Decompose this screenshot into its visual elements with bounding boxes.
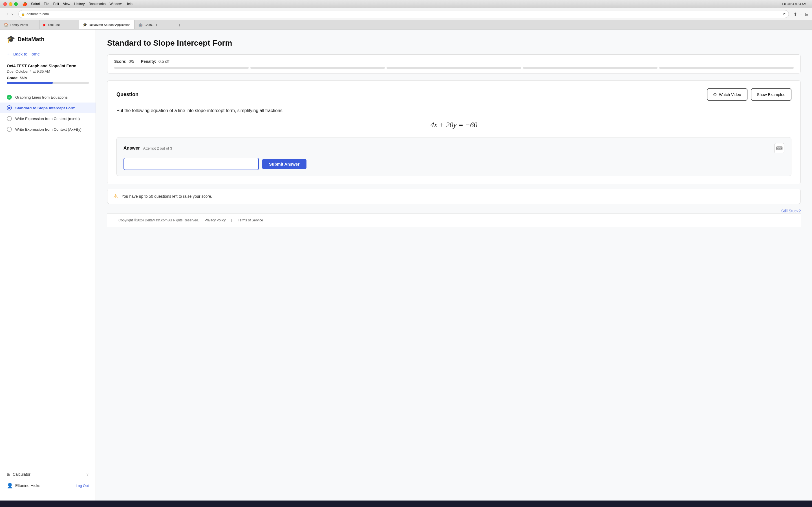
warning-text: You have up to 50 questions left to rais…	[121, 194, 212, 199]
minimize-button[interactable]	[9, 2, 12, 6]
nav-label-standard: Standard to Slope Intercept Form	[15, 106, 75, 110]
tab-family-portal-label: Family Portal	[10, 23, 35, 26]
tab-deltamath[interactable]: 🎓 DeltaMath Student Application	[79, 20, 135, 29]
grade-progress-bar	[7, 82, 89, 84]
score-card: Score: 0/5 Penalty: 0.5 off	[107, 54, 801, 73]
apple-menu[interactable]: 🍎	[22, 2, 27, 6]
nav-item-standard[interactable]: Standard to Slope Intercept Form	[0, 103, 96, 113]
nav-item-write2[interactable]: Write Expression from Context (Ax+By)	[0, 124, 96, 135]
progress-bars	[114, 67, 794, 69]
submit-answer-button[interactable]: Submit Answer	[262, 159, 306, 169]
checkmark-icon: ✓	[8, 96, 10, 99]
reload-button[interactable]: ↺	[783, 12, 786, 16]
app-container: 🎓 DeltaMath ← Back to Home Oct4 TEST Gra…	[0, 30, 812, 501]
score-row: Score: 0/5 Penalty: 0.5 off	[114, 59, 794, 64]
progress-segment-3	[387, 67, 521, 69]
forward-button[interactable]: ›	[10, 11, 14, 17]
answer-input-row: Submit Answer	[123, 158, 784, 170]
menu-history[interactable]: History	[74, 2, 85, 6]
keyboard-button[interactable]: ⌨	[774, 143, 784, 153]
sidebar-bottom: ⊞ Calculator ∨ 👤 Eltonino Hicks Log Out	[0, 465, 96, 495]
back-arrow-icon: ←	[7, 52, 11, 56]
tab-youtube[interactable]: ▶ YouTube	[40, 20, 79, 29]
penalty-label: Penalty:	[141, 59, 156, 64]
progress-segment-2	[250, 67, 385, 69]
still-stuck-button[interactable]: Still Stuck?	[781, 209, 801, 213]
tab-deltamath-label: DeltaMath Student Application	[89, 23, 130, 26]
address-bar[interactable]: 🔒 deltamath.com ↺	[18, 10, 789, 18]
answer-header: Answer Attempt 2 out of 3 ⌨	[123, 143, 784, 153]
nav-item-graphing[interactable]: ✓ Graphing Lines from Equations	[0, 92, 96, 103]
question-label: Question	[116, 92, 139, 98]
attempt-text: Attempt 2 out of 3	[143, 146, 172, 151]
sidebar: 🎓 DeltaMath ← Back to Home Oct4 TEST Gra…	[0, 30, 96, 501]
menu-edit[interactable]: Edit	[53, 2, 59, 6]
nav-icon-standard	[7, 105, 12, 110]
equation-display: 4x + 20y = −60	[116, 121, 792, 129]
tab-chatgpt[interactable]: 🤖 ChatGPT	[135, 20, 174, 29]
window-controls[interactable]	[3, 2, 18, 6]
nav-label-write2: Write Expression from Context (Ax+By)	[15, 127, 82, 131]
assignment-name: Oct4 TEST Graph and Slope/Int Form	[7, 64, 89, 68]
user-avatar-icon: 👤	[7, 483, 13, 489]
question-header: Question ⊙ Watch Video Show Examples	[116, 89, 792, 101]
grade-bar-fill	[7, 82, 53, 84]
browser-chrome: ‹ › 🔒 deltamath.com ↺ ⬆ ＋ ⊞ 🏠 Family Por…	[0, 8, 812, 30]
progress-segment-1	[114, 67, 249, 69]
menu-help[interactable]: Help	[125, 2, 133, 6]
show-examples-button[interactable]: Show Examples	[751, 89, 792, 101]
logout-button[interactable]: Log Out	[76, 484, 89, 488]
nav-icon-graphing: ✓	[7, 95, 12, 100]
browser-actions[interactable]: ⬆ ＋ ⊞	[794, 11, 809, 17]
play-circle-icon: ⊙	[713, 92, 717, 97]
footer-privacy-link[interactable]: Privacy Policy	[205, 218, 226, 222]
user-name: Eltonino Hicks	[15, 483, 40, 488]
new-tab-button[interactable]: ＋	[799, 11, 803, 17]
menu-view[interactable]: View	[63, 2, 70, 6]
menu-bookmarks[interactable]: Bookmarks	[89, 2, 106, 6]
logo: 🎓 DeltaMath	[0, 35, 96, 49]
logo-icon: 🎓	[7, 35, 15, 43]
menu-safari[interactable]: Safari	[31, 2, 40, 6]
footer: Copyright ©2024 DeltaMath.com All Rights…	[107, 214, 801, 227]
tab-family-portal[interactable]: 🏠 Family Portal	[0, 20, 40, 29]
maximize-button[interactable]	[14, 2, 18, 6]
watch-video-button[interactable]: ⊙ Watch Video	[707, 89, 748, 101]
nav-label-graphing: Graphing Lines from Equations	[15, 95, 68, 100]
warning-banner: ⚠ You have up to 50 questions left to ra…	[107, 189, 801, 204]
calculator-label: ⊞ Calculator	[7, 471, 31, 477]
watch-video-label: Watch Video	[719, 93, 741, 97]
penalty-text: Penalty: 0.5 off	[141, 59, 169, 64]
nav-label-write1: Write Expression from Context (mx+b)	[15, 117, 80, 121]
menu-window[interactable]: Window	[110, 2, 122, 6]
grade-label: Grade: 56%	[7, 76, 89, 80]
nav-buttons[interactable]: ‹ ›	[6, 11, 14, 17]
show-examples-label: Show Examples	[757, 93, 785, 97]
page-title: Standard to Slope Intercept Form	[107, 39, 801, 48]
family-portal-favicon: 🏠	[4, 23, 8, 27]
nav-item-write1[interactable]: Write Expression from Context (mx+b)	[0, 113, 96, 124]
answer-label-group: Answer Attempt 2 out of 3	[123, 146, 172, 151]
answer-label: Answer	[123, 146, 140, 151]
score-text: Score: 0/5	[114, 59, 134, 64]
calculator-row[interactable]: ⊞ Calculator ∨	[7, 469, 89, 480]
warning-icon: ⚠	[113, 193, 118, 200]
footer-copyright: Copyright ©2024 DeltaMath.com All Rights…	[118, 218, 199, 222]
answer-input[interactable]	[123, 158, 259, 170]
back-home-link[interactable]: ← Back to Home	[0, 49, 96, 59]
back-button[interactable]: ‹	[6, 11, 9, 17]
share-button[interactable]: ⬆	[794, 11, 797, 17]
question-actions: ⊙ Watch Video Show Examples	[707, 89, 792, 101]
sidebar-toggle-button[interactable]: ⊞	[805, 11, 809, 17]
back-home-label: Back to Home	[13, 52, 40, 56]
footer-terms-link[interactable]: Terms of Service	[238, 218, 263, 222]
user-info: 👤 Eltonino Hicks	[7, 483, 40, 489]
question-card: Question ⊙ Watch Video Show Examples Put…	[107, 80, 801, 184]
add-tab-button[interactable]: ＋	[174, 20, 185, 29]
deltamath-favicon: 🎓	[83, 23, 87, 27]
address-text: deltamath.com	[27, 12, 49, 16]
youtube-favicon: ▶	[43, 23, 46, 27]
progress-segment-4	[523, 67, 658, 69]
close-button[interactable]	[3, 2, 7, 6]
menu-file[interactable]: File	[44, 2, 49, 6]
